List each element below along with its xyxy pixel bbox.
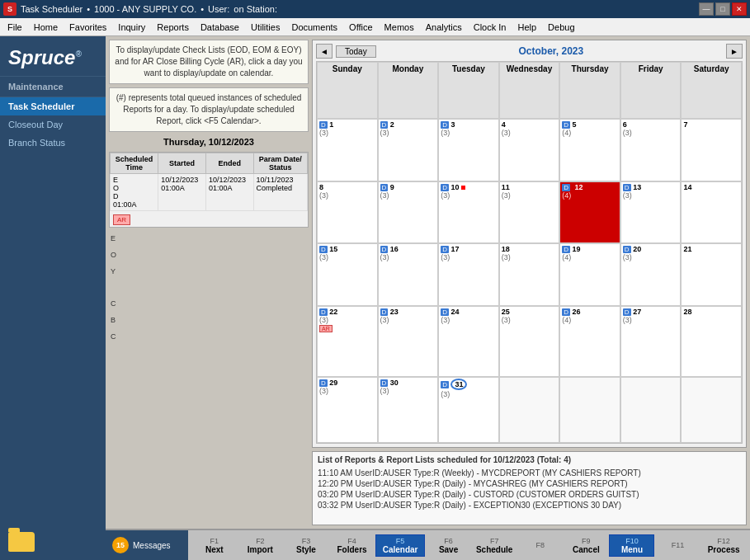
cal-cell-empty3 [620, 377, 682, 443]
menu-file[interactable]: File [2, 21, 28, 34]
menu-inquiry[interactable]: Inquiry [112, 21, 151, 34]
cal-cell-19[interactable]: D 19(4) [559, 243, 620, 306]
date-header: Thursday, 10/12/2023 [109, 135, 309, 148]
cal-cell-empty4 [681, 377, 742, 443]
sidebar: Spruce® Maintenance Task Scheduler Close… [0, 36, 106, 560]
messages-badge: 15 [112, 537, 129, 553]
cal-cell-10[interactable]: D 10 (3) [438, 181, 499, 244]
cal-cell-29[interactable]: D 29(3) [317, 377, 378, 443]
cal-cell-2[interactable]: D 2(3) [378, 119, 439, 181]
cal-cell-1[interactable]: D 1(3) [317, 119, 378, 181]
fn-key-f12[interactable]: F12Process [701, 535, 747, 556]
cal-cell-empty2 [559, 377, 620, 443]
fn-key-f4[interactable]: F4Folders [329, 535, 375, 556]
cal-cell-7[interactable]: 7 [681, 119, 742, 181]
cal-cell-20[interactable]: D 20(3) [620, 243, 682, 306]
schedule-section: ScheduledTime Started Ended Param Date/S… [109, 152, 309, 228]
cal-cell-25[interactable]: 25(3) [499, 306, 560, 377]
menu-documents[interactable]: Documents [285, 21, 343, 34]
menu-bar: File Home Favorites Inquiry Reports Data… [0, 18, 750, 36]
fn-key-f5[interactable]: F5Calendar [375, 534, 426, 557]
close-button[interactable]: ✕ [732, 2, 747, 16]
fn-key-f11[interactable]: F11 [655, 539, 700, 551]
cal-cell-6[interactable]: 6(3) [620, 119, 682, 181]
sidebar-item-closeout-day[interactable]: Closeout Day [0, 115, 106, 134]
logo-text: Spruce [8, 46, 75, 68]
fn-key-f7[interactable]: F7Schedule [472, 535, 517, 556]
sidebar-item-task-scheduler[interactable]: Task Scheduler [0, 97, 106, 115]
user-label: User: [208, 4, 229, 14]
cal-cell-12-today[interactable]: D 12(4) [559, 181, 620, 244]
fn-key-f1[interactable]: F1Next [191, 535, 237, 556]
cal-cell-16[interactable]: D 16(3) [378, 243, 439, 306]
fn-key-f2[interactable]: F2Import [238, 535, 283, 556]
title-bar: S Task Scheduler • 1000 - ANY SUPPLY CO.… [0, 0, 750, 18]
fn-key-f6[interactable]: F6Save [426, 535, 471, 556]
fn-key-f3[interactable]: F3Style [283, 535, 328, 556]
messages-area: 15 Messages [106, 530, 188, 560]
cal-cell-28[interactable]: 28 [681, 306, 742, 377]
app-icon: S [3, 2, 17, 16]
row-time: 01:00A [113, 200, 137, 209]
cal-cell-22[interactable]: D 22(3)AR [317, 306, 378, 377]
cal-cell-9[interactable]: D 9(3) [378, 181, 439, 244]
cal-next-button[interactable]: ► [726, 44, 743, 59]
reports-title: List of Reports & Report Lists scheduled… [318, 455, 741, 464]
station-label: on Station: [233, 4, 277, 14]
sidebar-item-branch-status[interactable]: Branch Status [0, 134, 106, 152]
fn-key-f8[interactable]: F8 [517, 539, 563, 551]
menu-reports[interactable]: Reports [151, 21, 195, 34]
cal-cell-30[interactable]: D 30(3) [378, 377, 439, 443]
cal-cell-5[interactable]: D 5(4) [559, 119, 620, 181]
menu-database[interactable]: Database [195, 21, 245, 34]
cal-cell-11[interactable]: 11(3) [499, 181, 560, 244]
fn-key-f9[interactable]: F9Cancel [564, 535, 609, 556]
side-labels: E O Y C B C [109, 231, 309, 346]
cal-header-wed: Wednesday [499, 62, 560, 119]
bottom-bar: 15 Messages F1Next F2Import F3Style F4Fo… [106, 529, 750, 560]
cal-cell-14[interactable]: 14 [681, 181, 742, 244]
left-panel: To display/update Check Lists (EOD, EOM … [109, 40, 309, 525]
cal-header-tue: Tuesday [438, 62, 499, 119]
cal-prev-button[interactable]: ◄ [316, 44, 333, 59]
row-type: EOD [113, 176, 119, 200]
cal-cell-17[interactable]: D 17(3) [438, 243, 499, 306]
cal-cell-27[interactable]: D 27(3) [620, 306, 682, 377]
menu-debug[interactable]: Debug [542, 21, 580, 34]
cal-header-fri: Friday [620, 62, 682, 119]
menu-clockin[interactable]: Clock In [468, 21, 512, 34]
messages-label: Messages [133, 541, 171, 550]
fn-key-f10[interactable]: F10Menu [609, 534, 654, 557]
menu-home[interactable]: Home [28, 21, 64, 34]
cal-today-button[interactable]: Today [336, 45, 376, 58]
cal-cell-8[interactable]: 8(3) [317, 181, 378, 244]
cal-cell-18[interactable]: 18(3) [499, 243, 560, 306]
report-item-3: 03:20 PM UserID:AUSER Type:R (Daily) - C… [318, 489, 741, 500]
cal-cell-3[interactable]: D 3(3) [438, 119, 499, 181]
cal-cell-31[interactable]: D 31(3) [438, 377, 499, 443]
cal-cell-empty1 [499, 377, 560, 443]
report-item-2: 12:20 PM UserID:AUSER Type:R (Daily) - M… [318, 478, 741, 489]
cal-header-sat: Saturday [681, 62, 742, 119]
cal-cell-23[interactable]: D 23(3) [378, 306, 439, 377]
cal-cell-26[interactable]: D 26(4) [559, 306, 620, 377]
minimize-button[interactable]: — [699, 2, 714, 16]
menu-favorites[interactable]: Favorites [64, 21, 112, 34]
app-title: Task Scheduler [21, 4, 83, 14]
maximize-button[interactable]: □ [715, 2, 730, 16]
sidebar-logo: Spruce® [0, 36, 106, 77]
menu-help[interactable]: Help [512, 21, 542, 34]
cal-cell-13[interactable]: D 13(3) [620, 181, 682, 244]
sidebar-nav: Task Scheduler Closeout Day Branch Statu… [0, 97, 106, 152]
menu-utilities[interactable]: Utilities [245, 21, 285, 34]
menu-memos[interactable]: Memos [379, 21, 420, 34]
company-name: 1000 - ANY SUPPLY CO. [94, 4, 196, 14]
calendar-panel: ◄ Today October, 2023 ► Sunday Monday Tu… [312, 40, 747, 448]
menu-analytics[interactable]: Analytics [420, 21, 468, 34]
menu-office[interactable]: Office [343, 21, 379, 34]
cal-cell-24[interactable]: D 24(3) [438, 306, 499, 377]
cal-month-title: October, 2023 [518, 45, 583, 57]
cal-cell-21[interactable]: 21 [681, 243, 742, 306]
cal-cell-15[interactable]: D 15(3) [317, 243, 378, 306]
cal-cell-4[interactable]: 4(3) [499, 119, 560, 181]
